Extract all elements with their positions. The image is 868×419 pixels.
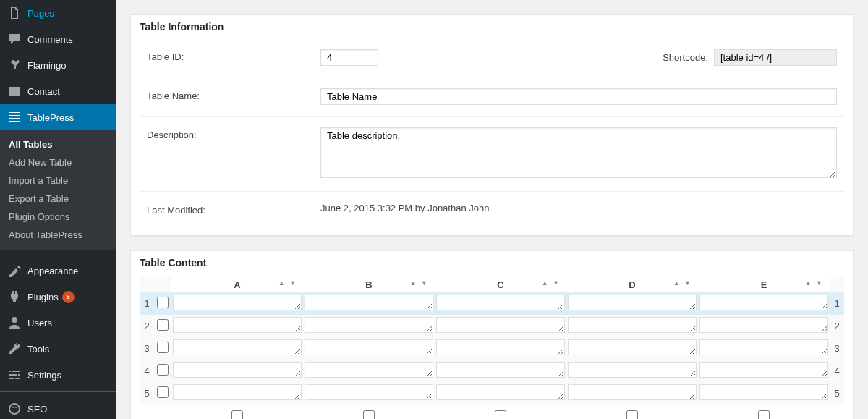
menu-tablepress[interactable]: TablePress: [0, 104, 116, 130]
cell-input[interactable]: [568, 295, 697, 310]
flamingo-icon: [7, 58, 22, 72]
content-grid: A▲ ▼ B▲ ▼ C▲ ▼ D▲ ▼ E▲ ▼ 1122334455: [140, 277, 844, 419]
row-number-left: 1: [140, 292, 154, 315]
settings-icon: [7, 368, 22, 382]
row-number-right: 5: [830, 382, 844, 405]
col-head-b[interactable]: B▲ ▼: [303, 277, 435, 292]
plugins-icon: [7, 289, 22, 304]
col-checkbox-d[interactable]: [626, 410, 638, 419]
menu-label: Contact: [27, 86, 60, 97]
menu-flamingo[interactable]: Flamingo: [0, 52, 116, 78]
cell-input[interactable]: [436, 339, 565, 355]
menu-label: Tools: [27, 344, 49, 355]
menu-pages[interactable]: Pages: [0, 0, 116, 26]
cell-input[interactable]: [699, 362, 828, 378]
submenu-export-table[interactable]: Export a Table: [0, 190, 116, 208]
row-checkbox[interactable]: [157, 364, 169, 376]
cell-input[interactable]: [436, 295, 565, 310]
table-id-input[interactable]: [320, 49, 378, 66]
menu-comments[interactable]: Comments: [0, 26, 116, 52]
menu-label: Plugins: [27, 292, 59, 302]
row-number-left: 5: [140, 382, 154, 405]
submenu-about-tablepress[interactable]: About TablePress: [0, 226, 116, 244]
cell-input[interactable]: [436, 362, 565, 378]
cell-input[interactable]: [173, 317, 302, 333]
row-checkbox[interactable]: [157, 386, 169, 398]
tools-icon: [7, 342, 22, 356]
cell-input[interactable]: [568, 362, 697, 378]
cell-input[interactable]: [173, 384, 302, 400]
row-number-left: 2: [140, 315, 154, 337]
col-head-c[interactable]: C▲ ▼: [435, 277, 566, 292]
menu-appearance[interactable]: Appearance: [0, 258, 116, 284]
menu-users[interactable]: Users: [0, 310, 116, 336]
cell-input[interactable]: [305, 362, 433, 378]
sort-arrows-icon[interactable]: ▲ ▼: [673, 279, 692, 287]
col-head-d[interactable]: D▲ ▼: [566, 277, 698, 292]
description-label: Description:: [147, 127, 320, 140]
cell-input[interactable]: [173, 295, 302, 310]
menu-label: Settings: [27, 370, 61, 381]
submenu-all-tables[interactable]: All Tables: [0, 135, 116, 153]
cell-input[interactable]: [699, 339, 828, 355]
menu-tools[interactable]: Tools: [0, 336, 116, 362]
menu-separator: [0, 250, 116, 253]
panel-title: Table Information: [131, 15, 853, 38]
menu-label: Users: [27, 318, 52, 329]
menu-label: SEO: [27, 404, 47, 415]
seo-icon: [7, 402, 22, 416]
cell-input[interactable]: [173, 339, 302, 355]
menu-contact[interactable]: Contact: [0, 78, 116, 104]
col-checkbox-c[interactable]: [495, 410, 506, 419]
row-checkbox[interactable]: [157, 319, 169, 331]
submenu-add-new-table[interactable]: Add New Table: [0, 153, 116, 172]
description-textarea[interactable]: Table description.: [320, 127, 837, 178]
cell-input[interactable]: [173, 362, 302, 378]
menu-settings[interactable]: Settings: [0, 362, 116, 388]
appearance-icon: [7, 263, 22, 278]
cell-input[interactable]: [436, 317, 565, 333]
row-number-right: 1: [830, 292, 844, 315]
sort-arrows-icon[interactable]: ▲ ▼: [278, 279, 297, 287]
cell-input[interactable]: [699, 384, 828, 400]
main-content: Table Information Table ID: Shortcode: T…: [116, 0, 868, 419]
row-checkbox[interactable]: [157, 342, 169, 353]
submenu-plugin-options[interactable]: Plugin Options: [0, 208, 116, 226]
tablepress-submenu: All Tables Add New Table Import a Table …: [0, 130, 116, 250]
cell-input[interactable]: [305, 295, 433, 310]
row-number-left: 3: [140, 337, 154, 360]
admin-sidebar: Pages Comments Flamingo Contact TablePre…: [0, 0, 116, 419]
sort-arrows-icon[interactable]: ▲ ▼: [542, 279, 561, 287]
sort-arrows-icon[interactable]: ▲ ▼: [410, 279, 429, 287]
table-name-label: Table Name:: [147, 88, 320, 101]
submenu-import-table[interactable]: Import a Table: [0, 172, 116, 190]
row-number-right: 2: [830, 315, 844, 337]
cell-input[interactable]: [568, 317, 697, 333]
shortcode-display[interactable]: [714, 49, 837, 66]
menu-seo[interactable]: SEO: [0, 396, 116, 419]
col-checkbox-a[interactable]: [231, 410, 243, 419]
cell-input[interactable]: [305, 339, 433, 355]
sort-arrows-icon[interactable]: ▲ ▼: [805, 279, 824, 287]
cell-input[interactable]: [436, 384, 565, 400]
row-checkbox[interactable]: [157, 297, 169, 308]
tablepress-icon: [7, 110, 22, 124]
table-name-input[interactable]: [320, 88, 837, 105]
last-modified-value: June 2, 2015 3:32 PM by Jonathan John: [320, 203, 837, 213]
menu-separator: [0, 388, 116, 392]
table-content-panel: Table Content A▲ ▼ B▲ ▼ C▲ ▼ D▲ ▼ E▲ ▼: [130, 250, 854, 419]
cell-input[interactable]: [568, 384, 697, 400]
comments-icon: [7, 32, 22, 46]
col-head-e[interactable]: E▲ ▼: [698, 277, 830, 292]
menu-label: Comments: [27, 34, 73, 45]
col-checkbox-e[interactable]: [758, 410, 770, 419]
col-head-a[interactable]: A▲ ▼: [171, 277, 303, 292]
cell-input[interactable]: [699, 317, 828, 333]
cell-input[interactable]: [305, 317, 433, 333]
col-checkbox-b[interactable]: [363, 410, 375, 419]
cell-input[interactable]: [305, 384, 433, 400]
cell-input[interactable]: [568, 339, 697, 355]
menu-plugins[interactable]: Plugins 5: [0, 284, 116, 310]
cell-input[interactable]: [699, 295, 828, 310]
pages-icon: [7, 6, 22, 20]
